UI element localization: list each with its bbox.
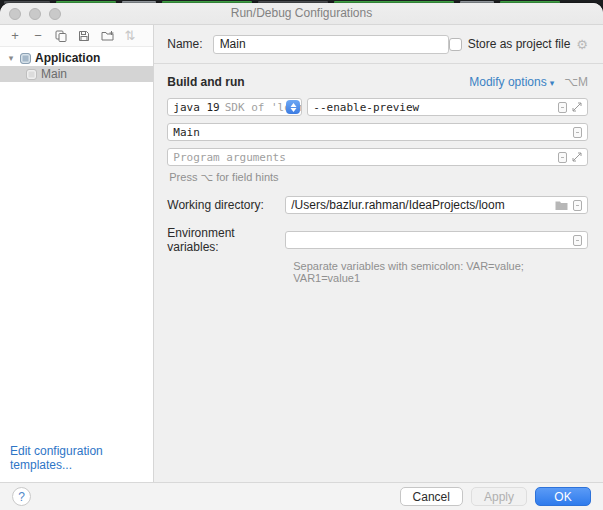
edit-configuration-templates-link[interactable]: Edit configuration templates... [0,438,153,482]
field-icons [549,200,582,211]
program-arguments-field[interactable]: Program arguments [167,148,588,166]
working-directory-value: /Users/bazlur.rahman/IdeaProjects/loom [291,198,504,212]
main-class-value: Main [173,126,200,139]
modify-options-shortcut: ⌥M [564,75,588,89]
application-type-icon [20,53,31,64]
add-configuration-icon[interactable]: + [8,29,22,43]
dialog-footer: ? Cancel Apply OK [0,482,603,510]
build-and-run-header: Build and run Modify options ▾ ⌥M [167,73,588,91]
modify-options-link[interactable]: Modify options [469,75,546,89]
combobox-stepper-icon[interactable] [286,100,300,114]
tree-node-main-selected[interactable]: Main [0,66,153,82]
dialog-body: + − ⇅ ▾ Application [0,25,603,482]
working-directory-row: Working directory: /Users/bazlur.rahman/… [167,196,588,214]
tree-node-application[interactable]: ▾ Application [0,50,153,66]
configuration-editor: Name: Store as project file ⚙ Build and … [154,25,603,482]
vm-options-value: --enable-preview [313,101,419,114]
field-icons [552,102,582,113]
name-row: Name: Store as project file ⚙ [167,34,588,54]
field-icons [567,235,582,246]
jdk-row: java 19 SDK of 'loom' mo --enable-previe… [167,98,588,116]
main-class-field[interactable]: Main [167,123,588,141]
move-to-folder-icon[interactable] [100,29,114,43]
environment-variables-label: Environment variables: [167,226,285,254]
working-directory-field[interactable]: /Users/bazlur.rahman/IdeaProjects/loom [285,196,588,214]
insert-macros-icon[interactable] [558,152,567,163]
expand-field-icon[interactable] [572,152,582,162]
store-as-project-file-label: Store as project file [468,37,571,51]
field-icons [567,127,582,138]
configurations-sidebar: + − ⇅ ▾ Application [0,25,154,482]
working-directory-label: Working directory: [167,198,285,212]
titlebar: Run/Debug Configurations [0,3,603,25]
remove-configuration-icon[interactable]: − [31,29,45,43]
field-hints-text: Press ⌥ for field hints [169,171,588,184]
help-button[interactable]: ? [12,487,31,506]
run-configuration-icon [26,69,37,80]
name-input[interactable] [213,35,449,54]
section-title: Build and run [167,75,244,89]
program-arguments-row: Program arguments [167,148,588,166]
chevron-down-icon[interactable]: ▾ [550,78,555,88]
ok-button[interactable]: OK [535,487,591,506]
cancel-button[interactable]: Cancel [400,487,463,506]
jdk-value: java 19 [173,101,219,114]
expand-field-icon[interactable] [572,102,582,112]
save-configuration-icon[interactable] [77,29,91,43]
gear-icon[interactable]: ⚙ [576,38,588,51]
environment-variables-row: Environment variables: [167,226,588,254]
sidebar-spacer [0,82,153,438]
insert-macros-icon[interactable] [573,200,582,211]
tree-node-label: Application [35,51,100,65]
run-debug-configurations-dialog: Run/Debug Configurations + − ⇅ [0,3,603,510]
vm-options-field[interactable]: --enable-preview [307,98,588,116]
tree-node-label: Main [41,67,67,81]
env-variables-hint: Separate variables with semicolon: VAR=v… [293,260,588,284]
field-icons [552,152,582,163]
insert-macros-icon[interactable] [558,102,567,113]
browse-variables-icon[interactable] [573,235,582,246]
main-class-row: Main [167,123,588,141]
section-divider [154,63,603,64]
store-as-project-file-checkbox[interactable] [449,38,462,51]
configurations-tree: ▾ Application Main [0,47,153,82]
environment-variables-field[interactable] [285,231,588,249]
program-arguments-placeholder: Program arguments [173,151,286,164]
chevron-down-icon[interactable]: ▾ [6,53,16,63]
sort-configurations-icon: ⇅ [123,29,137,43]
browse-class-icon[interactable] [573,127,582,138]
name-label: Name: [167,37,202,51]
copy-configuration-icon[interactable] [54,29,68,43]
sidebar-toolbar: + − ⇅ [0,25,153,47]
window-title: Run/Debug Configurations [0,6,603,20]
browse-folder-icon[interactable] [555,200,568,211]
apply-button: Apply [471,487,527,506]
jdk-combobox[interactable]: java 19 SDK of 'loom' mo [167,98,302,116]
